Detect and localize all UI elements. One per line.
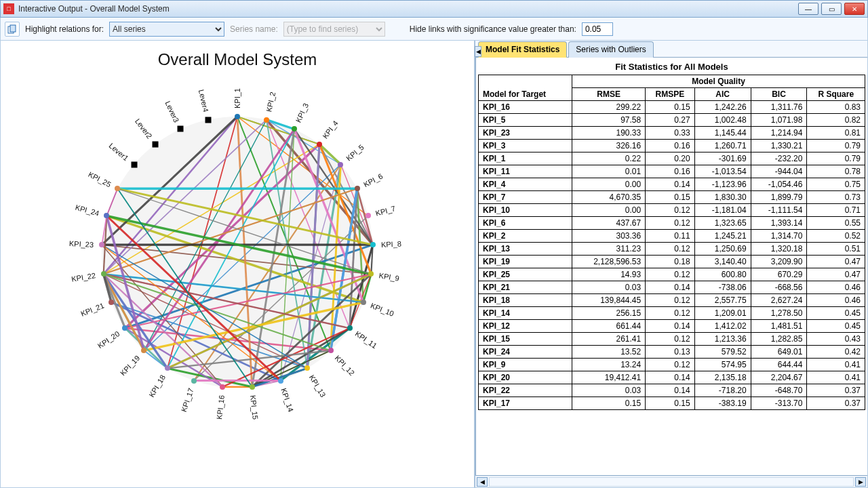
scroll-track[interactable] <box>489 477 854 487</box>
cell-value: 0.75 <box>807 178 865 191</box>
tab-series-outliers[interactable]: Series with Outliers <box>568 41 653 58</box>
table-row[interactable]: KPI_15261.410.121,213.361,282.850.43 <box>479 333 865 346</box>
kpi-node[interactable] <box>292 126 297 131</box>
kpi-node[interactable] <box>317 142 322 147</box>
scroll-left-icon[interactable]: ◀ <box>477 477 488 487</box>
cell-value: 4,670.35 <box>572 191 646 204</box>
cell-value: 1,242.26 <box>694 101 751 114</box>
cell-value: -232.20 <box>751 152 807 165</box>
cell-value: 139,844.45 <box>572 294 646 307</box>
cell-value: -944.04 <box>751 165 807 178</box>
table-row[interactable]: KPI_6437.670.121,323.651,393.140.55 <box>479 217 865 230</box>
table-row[interactable]: KPI_12661.440.141,412.021,481.510.45 <box>479 320 865 333</box>
table-row[interactable]: KPI_2303.360.111,245.211,314.700.52 <box>479 230 865 243</box>
kpi-node[interactable] <box>235 114 240 119</box>
cell-value: 437.67 <box>572 217 646 230</box>
kpi-node[interactable] <box>250 384 255 390</box>
kpi-node[interactable] <box>347 325 353 331</box>
table-row[interactable]: KPI_3326.160.161,260.711,330.210.79 <box>479 140 865 152</box>
col-target: Model for Target <box>479 75 572 101</box>
kpi-node[interactable] <box>141 348 146 353</box>
table-row[interactable]: KPI_210.030.14-738.06-668.560.46 <box>479 281 865 294</box>
minimize-button[interactable]: — <box>798 3 818 15</box>
close-button[interactable]: ✕ <box>844 3 865 15</box>
cell-value: 0.81 <box>807 127 865 140</box>
table-row[interactable]: KPI_192,128,596.530.183,140.403,209.900.… <box>479 256 865 268</box>
cell-target: KPI_24 <box>479 346 572 359</box>
cell-value: 1,830.30 <box>694 191 751 204</box>
col-header: AIC <box>694 88 751 101</box>
horizontal-scrollbar[interactable]: ◀ ▶ <box>475 475 867 487</box>
table-row[interactable]: KPI_100.000.12-1,181.04-1,111.540.71 <box>479 204 865 217</box>
cell-value: -648.70 <box>751 384 807 397</box>
maximize-button[interactable]: ▭ <box>821 3 842 15</box>
kpi-node[interactable] <box>278 378 283 384</box>
lever-node[interactable] <box>205 117 212 123</box>
table-row[interactable]: KPI_913.240.12574.95644.440.41 <box>479 359 865 371</box>
kpi-node[interactable] <box>108 300 114 305</box>
cell-value: 0.15 <box>646 191 694 204</box>
table-row[interactable]: KPI_10.220.20-301.69-232.200.79 <box>479 152 865 165</box>
kpi-node[interactable] <box>115 186 120 191</box>
node-label: KPI_23 <box>69 239 94 249</box>
cell-value: 661.44 <box>572 320 646 333</box>
cell-value: 0.47 <box>807 268 865 281</box>
cell-target: KPI_3 <box>479 140 572 152</box>
table-row[interactable]: KPI_18139,844.450.122,557.752,627.240.46 <box>479 294 865 307</box>
table-row[interactable]: KPI_597.580.271,002.481,071.980.82 <box>479 114 865 127</box>
kpi-node[interactable] <box>370 242 376 247</box>
cell-value: -1,013.54 <box>694 165 751 178</box>
table-row[interactable]: KPI_2019,412.410.142,135.182,204.670.41 <box>479 371 865 384</box>
kpi-node[interactable] <box>101 271 106 277</box>
cell-value: 670.29 <box>751 268 807 281</box>
collapse-handle[interactable]: ◀ <box>475 46 481 57</box>
kpi-node[interactable] <box>304 365 310 371</box>
cell-value: 0.15 <box>646 397 694 410</box>
table-row[interactable]: KPI_170.150.15-383.19-313.700.37 <box>479 397 865 410</box>
table-row[interactable]: KPI_110.010.16-1,013.54-944.040.78 <box>479 165 865 178</box>
lever-node[interactable] <box>178 126 184 132</box>
highlight-select[interactable]: All series <box>109 22 224 37</box>
table-row[interactable]: KPI_23190.330.331,145.441,214.940.81 <box>479 127 865 140</box>
cell-value: 0.15 <box>572 397 646 410</box>
kpi-node[interactable] <box>104 213 109 218</box>
kpi-node[interactable] <box>368 271 374 277</box>
scroll-right-icon[interactable]: ▶ <box>855 477 866 487</box>
cell-value: 0.37 <box>807 384 865 397</box>
lever-node[interactable] <box>131 161 137 167</box>
app-icon: □ <box>3 3 14 14</box>
cell-value: 0.51 <box>807 243 865 256</box>
kpi-node[interactable] <box>220 384 225 390</box>
cell-target: KPI_25 <box>479 268 572 281</box>
table-row[interactable]: KPI_16299.220.151,242.261,311.760.83 <box>479 101 865 114</box>
table-row[interactable]: KPI_40.000.14-1,123.96-1,054.460.75 <box>479 178 865 191</box>
table-row[interactable]: KPI_14256.150.121,209.011,278.500.45 <box>479 307 865 320</box>
kpi-node[interactable] <box>328 348 334 353</box>
lever-node[interactable] <box>152 141 158 147</box>
cell-value: 0.14 <box>646 281 694 294</box>
cell-value: 19,412.41 <box>572 371 646 384</box>
table-row[interactable]: KPI_220.030.14-718.20-648.700.37 <box>479 384 865 397</box>
tab-model-fit[interactable]: Model Fit Statistics <box>478 41 567 58</box>
kpi-node[interactable] <box>165 365 170 371</box>
node-label: KPI_1 <box>233 88 241 108</box>
table-row[interactable]: KPI_74,670.350.151,830.301,899.790.73 <box>479 191 865 204</box>
kpi-node[interactable] <box>99 242 104 247</box>
kpi-node[interactable] <box>338 162 343 167</box>
kpi-node[interactable] <box>122 325 127 331</box>
cell-value: -738.06 <box>694 281 751 294</box>
kpi-node[interactable] <box>366 213 371 218</box>
cell-value: 0.83 <box>807 101 865 114</box>
table-row[interactable]: KPI_2413.520.13579.52649.010.42 <box>479 346 865 359</box>
copy-icon[interactable] <box>5 22 20 37</box>
cell-value: 1,071.98 <box>751 114 807 127</box>
table-row[interactable]: KPI_13311.230.121,250.691,320.180.51 <box>479 243 865 256</box>
significance-input[interactable] <box>582 22 613 36</box>
cell-value: 261.41 <box>572 333 646 346</box>
kpi-node[interactable] <box>361 300 366 305</box>
network-chart[interactable]: KPI_1KPI_2KPI_3KPI_4KPI_5KPI_6KPI_7KPI_8… <box>61 76 414 428</box>
kpi-node[interactable] <box>355 186 360 191</box>
table-row[interactable]: KPI_2514.930.12600.80670.290.47 <box>479 268 865 281</box>
kpi-node[interactable] <box>191 378 197 384</box>
kpi-node[interactable] <box>264 117 269 123</box>
